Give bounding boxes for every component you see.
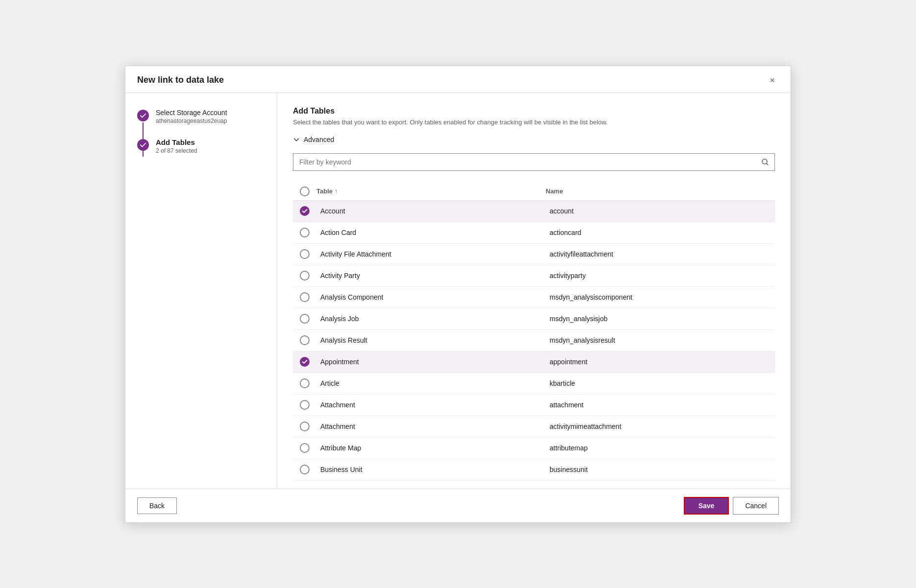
row-radio[interactable] bbox=[300, 422, 310, 431]
row-name-value: msdyn_analysisjob bbox=[546, 315, 775, 323]
table-header: Table ↑ Name bbox=[293, 183, 775, 201]
row-name-value: activityparty bbox=[546, 272, 775, 280]
table-row[interactable]: Activity File Attachmentactivityfileatta… bbox=[293, 244, 775, 265]
row-table-name: Article bbox=[316, 379, 546, 387]
row-table-name: Analysis Job bbox=[316, 315, 546, 323]
search-bar bbox=[293, 153, 775, 171]
row-table-name: Analysis Component bbox=[316, 293, 546, 301]
row-radio-cell bbox=[293, 228, 316, 237]
table-container: Table ↑ Name AccountaccountAction Cardac… bbox=[293, 183, 775, 481]
main-content: Add Tables Select the tables that you wa… bbox=[277, 93, 791, 489]
close-button[interactable]: × bbox=[766, 74, 779, 87]
row-radio[interactable] bbox=[300, 271, 310, 281]
row-table-name: Activity File Attachment bbox=[316, 250, 546, 258]
row-radio-cell bbox=[293, 443, 316, 453]
sort-arrow: ↑ bbox=[335, 188, 337, 195]
row-radio[interactable] bbox=[300, 314, 310, 324]
row-table-name: Business Unit bbox=[316, 466, 546, 473]
row-radio-cell bbox=[293, 271, 316, 281]
row-radio[interactable] bbox=[300, 292, 310, 302]
row-check-icon[interactable] bbox=[300, 206, 310, 216]
table-row[interactable]: Appointmentappointment bbox=[293, 352, 775, 373]
check-svg bbox=[302, 359, 308, 365]
row-radio-cell bbox=[293, 206, 316, 216]
row-name-value: activityfileattachment bbox=[546, 250, 775, 258]
col-table-label: Table ↑ bbox=[316, 188, 546, 195]
section-desc: Select the tables that you want to expor… bbox=[293, 118, 775, 126]
table-rows: AccountaccountAction CardactioncardActiv… bbox=[293, 201, 775, 481]
col-name-label: Name bbox=[546, 188, 775, 195]
row-table-name: Attribute Map bbox=[316, 444, 546, 452]
step-1-label: Select Storage Account bbox=[156, 109, 227, 117]
row-name-value: msdyn_analysiscomponent bbox=[546, 293, 775, 301]
step-2-icon bbox=[137, 139, 149, 151]
back-button[interactable]: Back bbox=[137, 497, 177, 514]
search-button[interactable] bbox=[755, 153, 775, 171]
dialog-body: Select Storage Account athenastorageeast… bbox=[125, 93, 791, 489]
table-row[interactable]: Attribute Mapattributemap bbox=[293, 438, 775, 459]
cancel-button[interactable]: Cancel bbox=[733, 497, 779, 515]
row-radio[interactable] bbox=[300, 400, 310, 410]
sidebar: Select Storage Account athenastorageeast… bbox=[125, 93, 277, 489]
row-radio-cell bbox=[293, 292, 316, 302]
row-check-icon[interactable] bbox=[300, 357, 310, 367]
chevron-down-icon bbox=[293, 136, 300, 143]
step-2-label: Add Tables bbox=[156, 138, 197, 146]
row-name-value: account bbox=[546, 207, 775, 215]
table-row[interactable]: Business Unitbusinessunit bbox=[293, 459, 775, 481]
table-row[interactable]: Attachmentattachment bbox=[293, 395, 775, 416]
step-1: Select Storage Account athenastorageeast… bbox=[137, 109, 265, 138]
table-row[interactable]: Accountaccount bbox=[293, 201, 775, 222]
footer-right: Save Cancel bbox=[684, 497, 779, 515]
row-radio[interactable] bbox=[300, 378, 310, 388]
dialog-title: New link to data lake bbox=[137, 75, 224, 85]
row-name-value: activitymimeattachment bbox=[546, 423, 775, 430]
table-row[interactable]: Analysis Componentmsdyn_analysiscomponen… bbox=[293, 287, 775, 308]
step-2-content: Add Tables 2 of 87 selected bbox=[156, 138, 197, 168]
row-name-value: businessunit bbox=[546, 466, 775, 473]
table-row[interactable]: Analysis Resultmsdyn_analysisresult bbox=[293, 330, 775, 352]
search-icon bbox=[761, 158, 769, 166]
table-row[interactable]: Analysis Jobmsdyn_analysisjob bbox=[293, 308, 775, 330]
dialog: New link to data lake × Select Storage A… bbox=[125, 66, 791, 523]
row-table-name: Appointment bbox=[316, 358, 546, 366]
row-name-value: attributemap bbox=[546, 444, 775, 452]
step-1-sublabel: athenastorageeastus2euap bbox=[156, 118, 227, 124]
row-name-value: kbarticle bbox=[546, 379, 775, 387]
header-checkbox-cell bbox=[293, 187, 316, 196]
row-radio-cell bbox=[293, 249, 316, 259]
row-radio-cell bbox=[293, 465, 316, 474]
table-row[interactable]: Activity Partyactivityparty bbox=[293, 265, 775, 287]
section-title: Add Tables bbox=[293, 107, 775, 116]
save-button[interactable]: Save bbox=[684, 497, 729, 515]
row-name-value: attachment bbox=[546, 401, 775, 409]
dialog-footer: Back Save Cancel bbox=[125, 489, 791, 522]
checkmark-icon-2 bbox=[140, 141, 146, 148]
step-2-sublabel: 2 of 87 selected bbox=[156, 147, 197, 154]
row-table-name: Activity Party bbox=[316, 272, 546, 280]
advanced-toggle[interactable]: Advanced bbox=[293, 136, 775, 143]
check-svg bbox=[302, 208, 308, 214]
checkmark-icon bbox=[140, 112, 146, 119]
row-radio[interactable] bbox=[300, 465, 310, 474]
table-row[interactable]: Articlekbarticle bbox=[293, 373, 775, 395]
row-table-name: Attachment bbox=[316, 423, 546, 430]
row-radio-cell bbox=[293, 357, 316, 367]
row-radio-cell bbox=[293, 400, 316, 410]
main-scrollable: Add Tables Select the tables that you wa… bbox=[277, 93, 791, 489]
row-radio[interactable] bbox=[300, 249, 310, 259]
table-row[interactable]: Attachmentactivitymimeattachment bbox=[293, 416, 775, 438]
table-row[interactable]: Action Cardactioncard bbox=[293, 222, 775, 244]
row-radio[interactable] bbox=[300, 443, 310, 453]
step-1-content: Select Storage Account athenastorageeast… bbox=[156, 109, 227, 138]
search-input[interactable] bbox=[293, 153, 775, 171]
row-radio-cell bbox=[293, 422, 316, 431]
row-radio-cell bbox=[293, 335, 316, 345]
row-name-value: appointment bbox=[546, 358, 775, 366]
row-radio[interactable] bbox=[300, 335, 310, 345]
row-name-value: msdyn_analysisresult bbox=[546, 336, 775, 344]
row-table-name: Analysis Result bbox=[316, 336, 546, 344]
select-all-radio[interactable] bbox=[300, 187, 310, 196]
row-name-value: actioncard bbox=[546, 229, 775, 236]
row-radio[interactable] bbox=[300, 228, 310, 237]
